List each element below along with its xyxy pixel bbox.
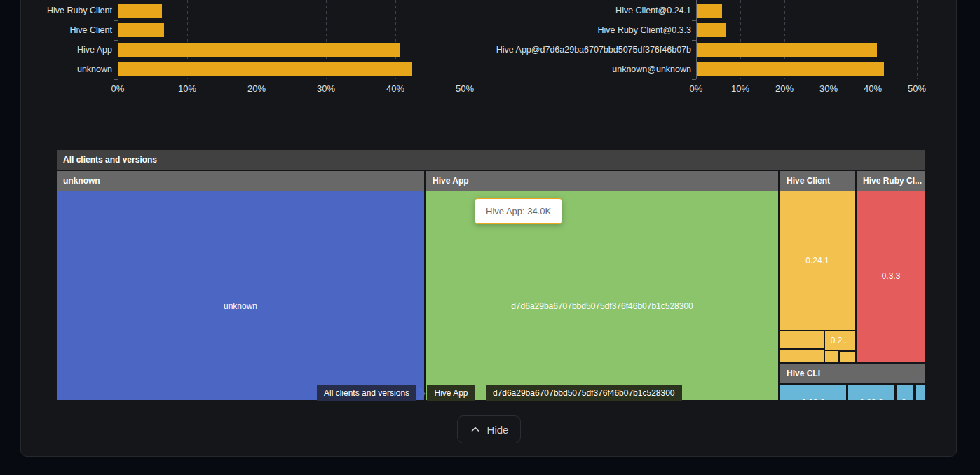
- category-label: Hive Client: [0, 20, 112, 40]
- treemap-cell[interactable]: 0.24.1: [780, 191, 855, 330]
- axis-tick: [692, 20, 696, 21]
- x-tick-label: 0%: [675, 83, 717, 94]
- bar[interactable]: [118, 43, 400, 57]
- treemap-cell[interactable]: 0.3.3: [857, 191, 925, 362]
- category-label: unknown@unknown: [397, 60, 691, 79]
- category-label: unknown: [0, 60, 112, 79]
- treemap-cell[interactable]: unknown: [57, 191, 424, 400]
- bar[interactable]: [697, 62, 884, 76]
- treemap-cell[interactable]: [780, 350, 824, 362]
- axis-tick: [114, 60, 118, 60]
- bar[interactable]: [118, 23, 164, 37]
- axis-tick: [692, 1, 696, 1]
- treemap-all-clients-versions: All clients and versions unknownunknownH…: [57, 150, 925, 400]
- breadcrumb-item-version-hash[interactable]: d7d6a29ba6707bbd5075df376f46b07b1c528300: [486, 385, 682, 401]
- x-tick-label: 10%: [166, 83, 208, 94]
- axis-tick: [692, 60, 696, 60]
- category-label: Hive App: [0, 40, 112, 60]
- axis-tick: [114, 79, 118, 80]
- treemap-node-header[interactable]: Hive Ruby Cl...: [857, 171, 925, 191]
- treemap-cell[interactable]: 0.23.0: [780, 385, 846, 400]
- x-tick-label: 10%: [719, 83, 761, 94]
- treemap-title-bar[interactable]: All clients and versions: [57, 150, 925, 170]
- hide-button[interactable]: Hide: [457, 415, 521, 443]
- chevron-right-icon: ❯: [475, 385, 486, 401]
- treemap-cell[interactable]: 0.2...: [825, 331, 855, 350]
- treemap-cell[interactable]: 0.: [897, 385, 913, 400]
- treemap-cell[interactable]: [780, 331, 824, 348]
- axis-tick: [114, 20, 118, 21]
- axis-tick: [114, 40, 118, 41]
- axis-tick: [692, 79, 696, 80]
- treemap-tooltip: Hive App: 34.0K: [475, 198, 562, 224]
- bar[interactable]: [697, 4, 722, 18]
- x-tick-label: 0%: [97, 83, 139, 94]
- bar[interactable]: [118, 62, 412, 76]
- treemap-node-header[interactable]: Hive Client: [780, 171, 855, 191]
- treemap-cell[interactable]: [825, 351, 838, 362]
- x-tick-label: 40%: [374, 83, 416, 94]
- treemap-breadcrumb: All clients and versions ❯ Hive App ❯ d7…: [317, 385, 682, 401]
- category-label: Hive App@d7d6a29ba6707bbd5075df376f46b07…: [397, 40, 691, 60]
- x-tick-label: 30%: [808, 83, 850, 94]
- bar[interactable]: [118, 4, 162, 18]
- treemap-node-header[interactable]: unknown: [57, 171, 424, 191]
- treemap-node-header[interactable]: Hive App: [426, 171, 778, 191]
- category-label: Hive Client@0.24.1: [397, 1, 691, 20]
- x-tick-label: 30%: [305, 83, 347, 94]
- breadcrumb-item-hive-app[interactable]: Hive App: [427, 385, 475, 401]
- bar[interactable]: [697, 23, 726, 37]
- axis-tick: [692, 40, 696, 41]
- category-label: Hive Ruby Client@0.3.3: [397, 20, 691, 40]
- treemap-node-header[interactable]: Hive CLI: [780, 364, 925, 383]
- category-label: Hive Ruby Client: [0, 1, 112, 20]
- x-tick-label: 40%: [852, 83, 894, 94]
- breadcrumb-item-root[interactable]: All clients and versions: [317, 385, 416, 401]
- treemap-cell[interactable]: [916, 385, 925, 400]
- chevron-right-icon: ❯: [416, 385, 427, 401]
- hide-button-label: Hide: [487, 424, 509, 436]
- bar[interactable]: [697, 43, 877, 57]
- x-tick-label: 20%: [236, 83, 278, 94]
- x-tick-label: 50%: [444, 83, 486, 94]
- chevron-up-icon: [470, 424, 481, 435]
- x-tick-label: 20%: [763, 83, 805, 94]
- x-tick-label: 50%: [896, 83, 938, 94]
- gridline: [917, 0, 918, 79]
- treemap-cell[interactable]: 0.23.0: [848, 385, 894, 400]
- treemap-cell[interactable]: [840, 352, 855, 362]
- axis-tick: [114, 1, 118, 1]
